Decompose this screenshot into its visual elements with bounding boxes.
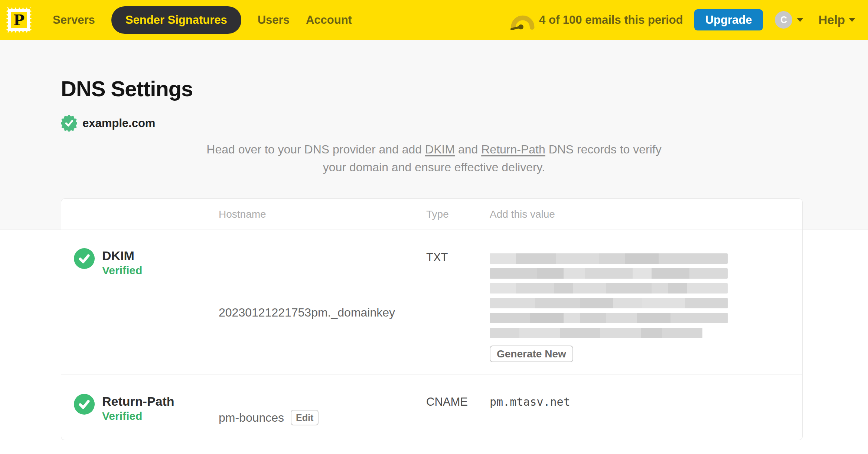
redacted-value-line: [490, 268, 728, 279]
nav-item-servers[interactable]: Servers: [53, 13, 95, 27]
status-badge: Verified: [102, 263, 142, 278]
intro-text: Head over to your DNS provider and add D…: [200, 140, 668, 176]
intro-part1: Head over to your DNS provider and add: [206, 143, 425, 156]
page-title: DNS Settings: [61, 76, 868, 101]
dns-table-header: Hostname Type Add this value: [61, 198, 803, 230]
chevron-down-icon: [797, 18, 803, 22]
verified-check-icon: [74, 248, 95, 269]
chevron-down-icon: [849, 18, 855, 22]
avatar[interactable]: C: [775, 11, 792, 29]
help-menu[interactable]: Help: [818, 13, 855, 27]
intro-part2: and: [455, 143, 481, 156]
generate-new-button[interactable]: Generate New: [490, 346, 573, 362]
redacted-value-line: [490, 253, 728, 264]
domain-row: example.com: [61, 115, 868, 132]
domain-name: example.com: [82, 117, 155, 130]
primary-nav: Servers Sender Signatures Users Account: [53, 6, 352, 34]
return-path-hostname: pm-bounces Edit: [219, 374, 426, 440]
return-path-link[interactable]: Return-Path: [481, 143, 545, 156]
return-path-status-cell: Return-Path Verified: [74, 374, 219, 440]
redacted-value-line: [490, 313, 728, 323]
postmark-logo[interactable]: P: [5, 6, 33, 34]
redacted-value-line: [490, 298, 728, 308]
return-path-hostname-value: pm-bounces: [219, 411, 284, 425]
dkim-hostname-value: 20230121221753pm._domainkey: [219, 306, 395, 320]
return-path-value: pm.mtasv.net: [490, 374, 802, 440]
verified-check-icon: [74, 394, 95, 415]
page-header-section: DNS Settings example.com Head over to yo…: [0, 40, 868, 230]
table-row-dkim: DKIM Verified 20230121221753pm._domainke…: [61, 230, 802, 374]
verified-seal-icon: [61, 115, 77, 132]
nav-item-sender-signatures[interactable]: Sender Signatures: [111, 6, 241, 34]
nav-right-cluster: 4 of 100 emails this period Upgrade C He…: [509, 9, 855, 30]
return-path-type: CNAME: [426, 374, 490, 440]
dkim-link[interactable]: DKIM: [425, 143, 455, 156]
edit-button[interactable]: Edit: [291, 410, 319, 425]
logo-letter: P: [13, 11, 25, 29]
top-navbar: P Servers Sender Signatures Users Accoun…: [0, 0, 868, 40]
table-row-return-path: Return-Path Verified pm-bounces Edit CNA…: [61, 374, 802, 440]
redacted-value-line: [490, 283, 728, 294]
record-name: DKIM: [102, 248, 142, 263]
column-header-value: Add this value: [490, 208, 802, 220]
status-badge: Verified: [102, 409, 174, 424]
nav-item-account[interactable]: Account: [306, 13, 352, 27]
dns-table-body: DKIM Verified 20230121221753pm._domainke…: [61, 230, 803, 440]
dkim-hostname: 20230121221753pm._domainkey: [219, 230, 426, 374]
nav-item-users[interactable]: Users: [258, 13, 290, 27]
dkim-type: TXT: [426, 230, 490, 374]
help-label: Help: [818, 13, 845, 27]
column-header-hostname: Hostname: [219, 208, 426, 220]
usage-counter: 4 of 100 emails this period: [539, 13, 683, 27]
redacted-value-line: [490, 328, 702, 338]
dkim-value-cell: Generate New: [490, 230, 802, 374]
dkim-status-cell: DKIM Verified: [74, 230, 219, 374]
record-name: Return-Path: [102, 394, 174, 409]
account-menu[interactable]: C: [775, 11, 803, 29]
usage-gauge-icon: [509, 10, 535, 30]
column-header-type: Type: [426, 208, 490, 220]
upgrade-button[interactable]: Upgrade: [694, 9, 763, 30]
